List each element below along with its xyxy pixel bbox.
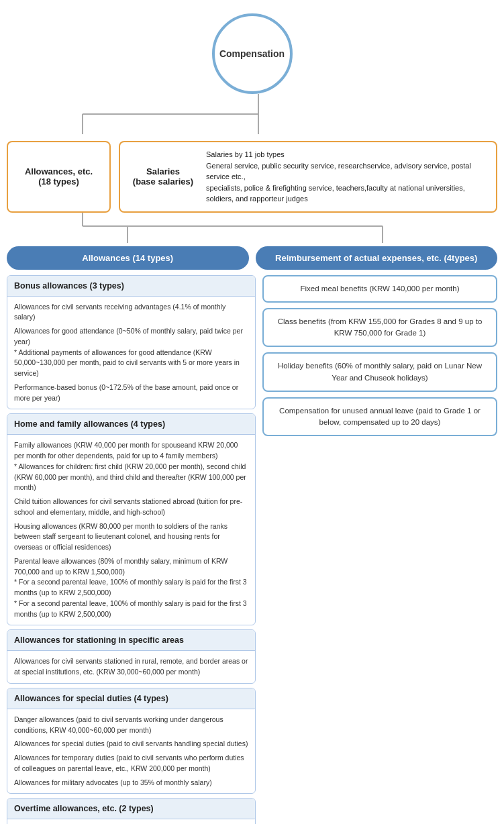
home-item-0: Family allowances (KRW 40,000 per month … (14, 440, 248, 493)
overtime-section: Overtime allowances, etc. (2 types) Over… (7, 798, 256, 824)
bonus-body: Allowances for civil servants receiving … (7, 297, 255, 409)
reimbursement-box-0: Fixed meal benefits (KRW 140,000 per mon… (262, 275, 497, 303)
special-duties-header: Allowances for special duties (4 types) (7, 688, 255, 709)
connector-svg-top (7, 94, 497, 141)
bonus-item-0: Allowances for civil servants receiving … (14, 302, 248, 323)
special-duties-item-3: Allowances for military advocates (up to… (14, 778, 248, 788)
home-item-2: Housing allowances (KRW 80,000 per month… (14, 521, 248, 553)
main-columns: Bonus allowances (3 types) Allowances fo… (7, 275, 497, 825)
reimbursement-label-1: Class benefits (from KRW 155,000 for Gra… (278, 317, 483, 337)
stationing-header: Allowances for stationing in specific ar… (7, 630, 255, 651)
overtime-body: Overtime allowances (overtime, night dut… (7, 819, 255, 824)
reimbursement-label-2: Holiday benefits (60% of monthly salary,… (278, 362, 482, 381)
allowances-box: Allowances, etc. (18 types) (7, 141, 111, 213)
compensation-circle: Compensation (212, 13, 293, 94)
home-section: Home and family allowances (4 types) Fam… (7, 413, 256, 625)
bonus-header: Bonus allowances (3 types) (7, 276, 255, 297)
reimbursement-label-0: Fixed meal benefits (KRW 140,000 per mon… (301, 285, 460, 293)
allowances-banner: Allowances (14 types) (7, 246, 249, 270)
bonus-item-1: Allowances for good attendance (0~50% of… (14, 326, 248, 379)
stationing-header-text: Allowances for stationing in specific ar… (14, 635, 184, 645)
salaries-title: Salaries (base salaries) (130, 149, 197, 205)
overtime-header: Overtime allowances, etc. (2 types) (7, 799, 255, 819)
home-item-3: Parental leave allowances (80% of monthl… (14, 556, 248, 620)
reimbursement-banner: Reimbursement of actual expenses, etc. (… (256, 246, 498, 270)
reimbursement-label-3: Compensation for unused annual leave (pa… (279, 407, 481, 426)
special-duties-header-text: Allowances for special duties (4 types) (14, 694, 168, 703)
reimbursement-box-1: Class benefits (from KRW 155,000 for Gra… (262, 308, 497, 348)
special-duties-body: Danger allowances (paid to civil servant… (7, 709, 255, 794)
home-header-text: Home and family allowances (4 types) (14, 419, 165, 429)
bonus-item-2: Performance-based bonus (0~172.5% of the… (14, 382, 248, 404)
left-column: Bonus allowances (3 types) Allowances fo… (7, 275, 256, 825)
reimbursement-box-2: Holiday benefits (60% of monthly salary,… (262, 352, 497, 392)
home-body: Family allowances (KRW 40,000 per month … (7, 435, 255, 625)
reimbursement-box-3: Compensation for unused annual leave (pa… (262, 397, 497, 437)
bonus-header-text: Bonus allowances (3 types) (14, 281, 124, 291)
salaries-title-line2: (base salaries) (133, 176, 193, 187)
right-column: Fixed meal benefits (KRW 140,000 per mon… (262, 275, 497, 437)
reimbursement-banner-label: Reimbursement of actual expenses, etc. (… (275, 253, 477, 263)
compensation-title: Compensation (219, 48, 285, 59)
row2-banners: Allowances (14 types) Reimbursement of a… (7, 246, 497, 270)
allowances-banner-label: Allowances (14 types) (82, 253, 173, 263)
stationing-body: Allowances for civil servants stationed … (7, 651, 255, 683)
special-duties-item-0: Danger allowances (paid to civil servant… (14, 715, 248, 736)
salaries-box: Salaries (base salaries) Salaries by 11 … (119, 141, 497, 213)
row1-boxes: Allowances, etc. (18 types) Salaries (ba… (7, 141, 497, 213)
special-duties-item-1: Allowances for special duties (paid to c… (14, 739, 248, 750)
connector-svg-mid (7, 213, 497, 246)
allowances-line1: Allowances, etc. (25, 166, 93, 176)
salaries-title-line1: Salaries (146, 166, 180, 176)
salaries-desc-text: Salaries by 11 job types General service… (206, 150, 471, 203)
special-duties-section: Allowances for special duties (4 types) … (7, 688, 256, 794)
salaries-description: Salaries by 11 job types General service… (206, 149, 487, 205)
stationing-section: Allowances for stationing in specific ar… (7, 629, 256, 684)
allowances-line2: (18 types) (25, 176, 93, 187)
home-header: Home and family allowances (4 types) (7, 414, 255, 435)
stationing-item-0: Allowances for civil servants stationed … (14, 656, 248, 678)
overtime-header-text: Overtime allowances, etc. (2 types) (14, 804, 154, 813)
tree-top: Compensation Allowances, etc. (18 types)… (7, 7, 497, 824)
special-duties-item-2: Allowances for temporary duties (paid to… (14, 753, 248, 774)
bonus-section: Bonus allowances (3 types) Allowances fo… (7, 275, 256, 410)
home-item-1: Child tuition allowances for civil serva… (14, 497, 248, 518)
